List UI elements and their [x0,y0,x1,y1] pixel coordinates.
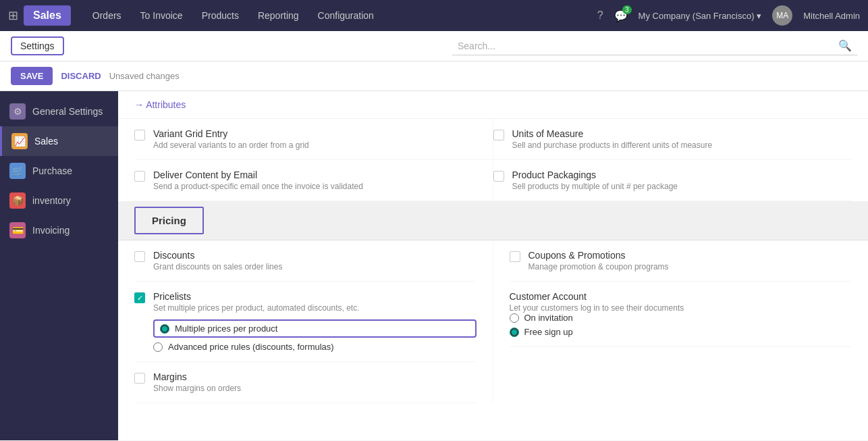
user-name: Mitchell Admin [803,11,860,21]
nav-configuration[interactable]: Configuration [310,6,382,25]
units-of-measure-checkbox-wrap[interactable] [493,130,504,140]
customer-account-label: Customer Account [510,291,852,302]
chat-icon[interactable]: 💬3 [614,9,628,22]
chat-badge: 3 [622,5,632,14]
main-content: Attributes Variant Grid Entry Add severa… [118,91,868,440]
sidebar-item-sales[interactable]: 📈 Sales [0,126,118,156]
advanced-prices-label: Advanced price rules (discounts, formula… [168,342,334,352]
customer-account-content: Customer Account Let your customers log … [510,291,852,337]
discounts-checkbox[interactable] [134,251,145,262]
nav-reporting[interactable]: Reporting [250,6,307,25]
variant-grid-entry-label: Variant Grid Entry [153,128,309,139]
pricing-section-header-wrap: Pricing [118,201,868,240]
settings-grid-top: Variant Grid Entry Add several variants … [118,119,868,201]
pricing-section-header: Pricing [134,207,204,234]
coupons-promotions-checkbox[interactable] [510,251,520,262]
save-button[interactable]: SAVE [11,67,53,85]
discounts-item: Discounts Grant discounts on sales order… [134,240,477,282]
deliver-content-email-checkbox-wrap[interactable] [134,171,145,182]
product-packagings-label: Product Packagings [512,170,678,180]
invoicing-icon: 💳 [9,222,26,238]
sidebar-item-inventory[interactable]: 📦 inventory [0,186,118,215]
advanced-prices-radio[interactable] [153,342,163,352]
variant-grid-entry-text: Variant Grid Entry Add several variants … [153,128,309,150]
coupons-promotions-item: Coupons & Promotions Manage promotion & … [510,240,852,282]
units-of-measure-text: Units of Measure Sell and purchase produ… [512,128,713,150]
pricelists-content: Pricelists Set multiple prices per produ… [153,291,477,352]
nav-to-invoice[interactable]: To Invoice [132,6,191,25]
on-invitation-label: On invitation [524,313,573,323]
variant-grid-entry-checkbox[interactable] [134,130,145,140]
multiple-prices-option[interactable]: Multiple prices per product [153,319,477,338]
margins-checkbox[interactable] [134,373,145,384]
variant-grid-entry-item: Variant Grid Entry Add several variants … [134,119,493,160]
coupons-promotions-label: Coupons & Promotions [528,250,669,261]
pricelists-radio-group: Multiple prices per product Advanced pri… [153,319,477,352]
deliver-content-email-text: Deliver Content by Email Send a product-… [153,170,363,191]
discounts-label: Discounts [153,250,282,261]
multiple-prices-radio[interactable] [160,324,169,334]
app-title[interactable]: Sales [24,5,71,26]
product-packagings-checkbox[interactable] [493,171,504,182]
top-right-section: ? 💬3 My Company (San Francisco) ▾ MA Mit… [597,5,860,26]
company-selector[interactable]: My Company (San Francisco) ▾ [639,11,762,21]
sidebar-item-label: General Settings [32,106,103,117]
pricelists-checkbox[interactable] [134,292,145,303]
pricing-right-col: Coupons & Promotions Manage promotion & … [493,240,852,403]
margins-desc: Show margins on orders [153,384,241,393]
units-of-measure-label: Units of Measure [512,128,713,139]
customer-account-radio-group: On invitation Free sign up [510,313,852,337]
product-packagings-text: Product Packagings Sell products by mult… [512,170,678,191]
coupons-promotions-desc: Manage promotion & coupon programs [528,262,669,271]
variant-grid-entry-desc: Add several variants to an order from a … [153,140,309,150]
on-invitation-option[interactable]: On invitation [510,313,852,323]
deliver-content-email-desc: Send a product-specific email once the i… [153,182,363,191]
unsaved-changes-label: Unsaved changes [109,71,180,81]
advanced-prices-option[interactable]: Advanced price rules (discounts, formula… [153,342,477,352]
help-icon[interactable]: ? [597,9,603,22]
sidebar-item-invoicing[interactable]: 💳 Invoicing [0,215,118,245]
sidebar: ⚙ General Settings 📈 Sales 🛒 Purchase 📦 … [0,91,118,440]
discard-button[interactable]: DISCARD [61,71,101,81]
nav-products[interactable]: Products [194,6,247,25]
sidebar-item-purchase[interactable]: 🛒 Purchase [0,156,118,186]
product-packagings-checkbox-wrap[interactable] [493,171,504,182]
sidebar-item-general-settings[interactable]: ⚙ General Settings [0,97,118,126]
margins-label: Margins [153,371,241,382]
sub-header: Settings 🔍 [0,31,868,61]
pricelists-label: Pricelists [153,291,477,302]
sidebar-item-label: Invoicing [32,225,70,236]
free-signup-radio[interactable] [510,328,519,337]
sidebar-item-label: Sales [34,136,58,147]
attributes-link-section: Attributes [118,91,868,119]
free-signup-label: Free sign up [524,327,573,337]
pricelists-desc: Set multiple prices per product, automat… [153,303,477,313]
attributes-link[interactable]: Attributes [134,99,186,110]
search-icon[interactable]: 🔍 [838,39,852,52]
units-of-measure-checkbox[interactable] [493,130,504,140]
pricing-grid: Discounts Grant discounts on sales order… [118,240,868,403]
discounts-text: Discounts Grant discounts on sales order… [153,250,282,271]
free-signup-option[interactable]: Free sign up [510,327,852,337]
search-input[interactable] [458,41,838,51]
variant-grid-entry-checkbox-wrap[interactable] [134,130,145,140]
inventory-icon: 📦 [9,192,26,209]
main-layout: ⚙ General Settings 📈 Sales 🛒 Purchase 📦 … [0,91,868,440]
action-bar: SAVE DISCARD Unsaved changes [0,61,868,91]
margins-item: Margins Show margins on orders [134,362,477,403]
settings-tab[interactable]: Settings [11,36,64,55]
on-invitation-radio[interactable] [510,313,519,323]
units-of-measure-desc: Sell and purchase products in different … [512,140,713,150]
pricelists-item: Pricelists Set multiple prices per produ… [134,282,477,362]
grid-icon[interactable]: ⊞ [8,8,18,23]
deliver-content-email-checkbox[interactable] [134,171,145,182]
product-packagings-desc: Sell products by multiple of unit # per … [512,182,678,191]
customer-account-desc: Let your customers log in to see their d… [510,303,852,313]
nav-orders[interactable]: Orders [84,6,130,25]
multiple-prices-label: Multiple prices per product [175,323,277,334]
search-bar: 🔍 [452,36,857,55]
product-packagings-item: Product Packagings Sell products by mult… [493,160,852,201]
user-avatar[interactable]: MA [772,5,792,26]
discounts-desc: Grant discounts on sales order lines [153,262,282,271]
chart-icon: 📈 [11,133,28,149]
